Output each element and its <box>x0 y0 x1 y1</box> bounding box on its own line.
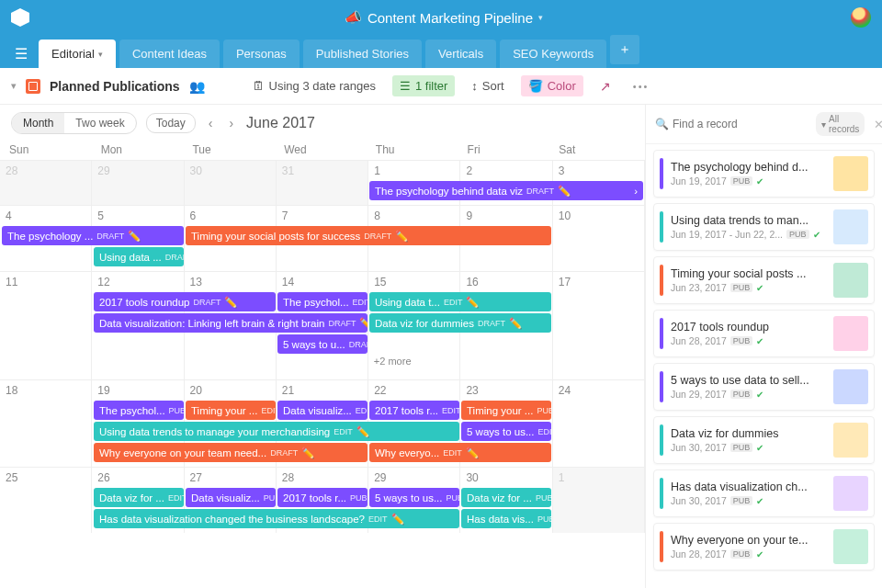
calendar-event[interactable]: 5 ways to us...EDIT✏️ <box>461 422 551 441</box>
day-header: Thu <box>370 143 462 156</box>
today-button[interactable]: Today <box>146 113 196 133</box>
sort-button[interactable]: ↕ Sort <box>464 75 511 96</box>
more-button[interactable]: ••• <box>628 81 650 92</box>
tab-published-stories[interactable]: Published Stories <box>303 40 422 68</box>
record-color-bar <box>660 318 663 349</box>
record-title: The psychology behind d... <box>671 161 826 174</box>
sort-label: Sort <box>482 79 504 93</box>
calendar-grid: 28293031123The psychology behind data vi… <box>0 160 645 588</box>
tab-content-ideas[interactable]: Content Ideas <box>119 40 220 68</box>
day-number: 7 <box>282 209 363 222</box>
share-button[interactable]: ↗ <box>593 75 618 97</box>
record-card[interactable]: Why everyone on your te... Jun 28, 2017 … <box>653 523 875 571</box>
all-records-pill[interactable]: ▾ All records <box>816 112 865 136</box>
collaborators-icon[interactable]: 👥 <box>189 79 205 94</box>
check-icon: ✔ <box>756 496 763 506</box>
calendar-event[interactable]: 2017 tools r...PUB✔ <box>277 488 368 507</box>
tab-editorial[interactable]: Editorial▾ <box>39 40 116 68</box>
range-twoweek[interactable]: Two week <box>64 113 135 133</box>
record-meta: Jun 30, 2017 PUB ✔ <box>671 442 826 453</box>
record-title: 5 ways to use data to sell... <box>671 374 826 387</box>
range-month[interactable]: Month <box>12 113 64 133</box>
calendar-event[interactable]: Data visualization: Linking left brain &… <box>94 313 368 333</box>
calendar-event[interactable]: Data viz for ...EDIT✏️ <box>94 488 184 507</box>
day-number: 10 <box>559 209 639 222</box>
record-card[interactable]: The psychology behind d... Jun 19, 2017 … <box>653 150 875 198</box>
view-toolbar: ▾ Planned Publications 👥 🗓 Using 3 date … <box>0 68 882 105</box>
expand-views-icon[interactable]: ▾ <box>11 80 17 92</box>
record-color-bar <box>660 265 663 296</box>
calendar-event[interactable]: Has data visualization changed the busin… <box>94 509 459 528</box>
calendar-event[interactable]: The psychol...EDIT✏️ <box>277 292 368 311</box>
calendar-event[interactable]: The psychology ...DRAFT✏️ <box>2 226 184 245</box>
calendar-area: Month Two week Today ‹ › June 2017 SunMo… <box>0 105 645 588</box>
record-thumbnail <box>833 476 868 511</box>
day-number: 19 <box>97 384 178 397</box>
record-search[interactable]: 🔍 <box>655 118 810 130</box>
calendar-week: 45678910The psychology ...DRAFT✏️Timing … <box>0 205 645 271</box>
range-segment: Month Two week <box>11 112 137 134</box>
record-panel: 🔍 ▾ All records ✕ The psychology behind … <box>645 105 882 588</box>
record-search-input[interactable] <box>673 118 810 130</box>
record-title: Has data visualization ch... <box>671 481 826 493</box>
check-icon: ✔ <box>756 283 763 293</box>
calendar-event[interactable]: Why everyone on your team need...DRAFT✏️ <box>94 443 368 462</box>
base-title[interactable]: 📣 Content Marketing Pipeline ▾ <box>37 9 851 26</box>
pencil-icon: ✏️ <box>466 447 479 459</box>
check-icon: ✔ <box>756 443 763 453</box>
color-label: Color <box>548 79 576 93</box>
app-logo-icon <box>11 8 29 27</box>
prev-month-button[interactable]: ‹ <box>205 116 217 130</box>
calendar-event[interactable]: 5 ways to u...DRAFT... <box>277 334 368 354</box>
event-layer: The psychology ...DRAFT✏️Timing your soc… <box>0 226 645 266</box>
record-card[interactable]: Data viz for dummies Jun 30, 2017 PUB ✔ <box>653 416 875 464</box>
day-header-row: SunMonTueWedThuFriSat <box>0 141 645 160</box>
check-icon: ✔ <box>813 230 820 240</box>
calendar-event[interactable]: Data viz for ...PUB✔ <box>461 488 551 507</box>
pencil-icon: ✏️ <box>509 317 522 330</box>
calendar-event[interactable]: 2017 tools roundupDRAFT✏️ <box>94 292 276 311</box>
calendar-event[interactable]: Why everyo...EDIT✏️ <box>369 443 551 462</box>
calendar-event[interactable]: Data visualiz...PUB✔ <box>186 488 276 507</box>
calendar-event[interactable]: The psychology behind data vizDRAFT✏️› <box>369 181 643 200</box>
calendar-event[interactable]: The psychol...PUB✔ <box>94 401 184 420</box>
day-header: Wed <box>278 143 370 156</box>
day-number: 16 <box>466 276 547 288</box>
calendar-event[interactable]: Using data trends to manage your merchan… <box>94 422 459 441</box>
filter-button[interactable]: ☰ 1 filter <box>392 75 455 96</box>
record-card[interactable]: Using data trends to man... Jun 19, 2017… <box>653 203 875 251</box>
calendar-event[interactable]: Timing your social posts for successDRAF… <box>186 226 551 245</box>
calendar-event[interactable]: Timing your ...PUB✔ <box>461 401 551 420</box>
record-card[interactable]: Timing your social posts ... Jun 23, 201… <box>653 256 875 304</box>
pencil-icon: ✏️ <box>128 230 141 243</box>
close-panel-button[interactable]: ✕ <box>870 118 882 131</box>
record-card[interactable]: 5 ways to use data to sell... Jun 29, 20… <box>653 363 875 411</box>
tab-verticals[interactable]: Verticals <box>425 40 496 68</box>
calendar-event[interactable]: Using data ...DRAFT... <box>94 247 184 266</box>
calendar-event[interactable]: Using data t...EDIT✏️ <box>369 292 551 311</box>
user-avatar[interactable] <box>851 7 871 28</box>
day-number: 6 <box>190 209 271 222</box>
add-tab-button[interactable]: ＋ <box>610 35 639 64</box>
month-label: June 2017 <box>246 115 315 131</box>
calendar-event[interactable]: 2017 tools r...EDIT✏️ <box>369 401 459 420</box>
calendar-event[interactable]: 5 ways to us...PUB✔ <box>369 488 459 507</box>
calendar-event[interactable]: Data visualiz...EDIT✏️ <box>277 401 368 420</box>
check-icon: ✔ <box>756 336 763 346</box>
date-ranges-button[interactable]: 🗓 Using 3 date ranges <box>245 75 383 96</box>
calendar-event[interactable]: Data viz for dummiesDRAFT✏️ <box>369 313 551 333</box>
chevron-down-icon: ▾ <box>98 50 103 59</box>
color-button[interactable]: 🪣 Color <box>521 75 583 96</box>
next-month-button[interactable]: › <box>225 116 237 130</box>
hamburger-icon[interactable]: ☰ <box>7 40 35 68</box>
more-events-link[interactable]: +2 more <box>368 356 460 367</box>
tab-seo-keywords[interactable]: SEO Keywords <box>500 40 606 68</box>
calendar-event[interactable]: Has data vis...PUB✔ <box>461 509 551 528</box>
view-name[interactable]: Planned Publications <box>50 79 180 94</box>
tab-personas[interactable]: Personas <box>223 40 300 68</box>
record-card[interactable]: 2017 tools roundup Jun 28, 2017 PUB ✔ <box>653 310 875 357</box>
calendar-event[interactable]: Timing your ...EDIT✏️ <box>186 401 276 420</box>
day-number: 15 <box>374 276 455 288</box>
record-card[interactable]: Has data visualization ch... Jun 30, 201… <box>653 469 875 517</box>
record-color-bar <box>660 531 663 562</box>
